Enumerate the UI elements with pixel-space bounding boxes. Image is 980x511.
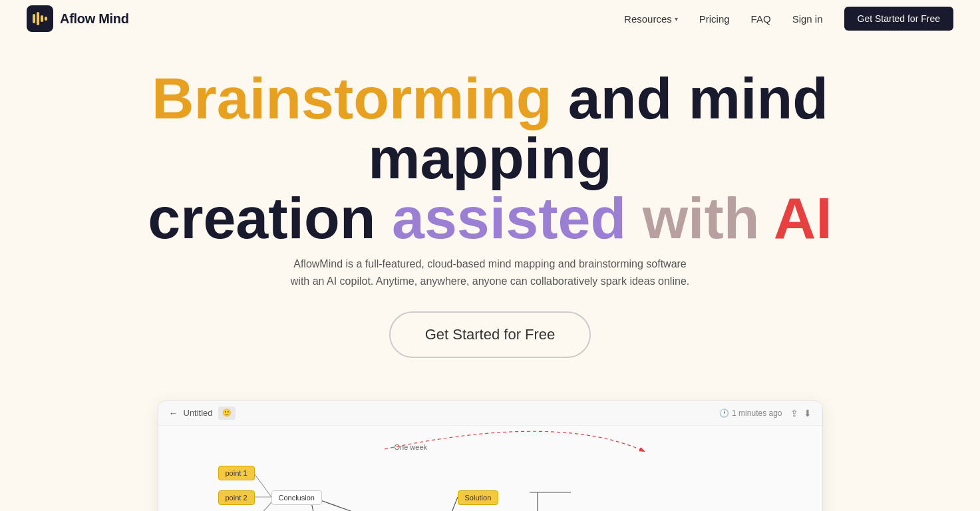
- nav-pricing[interactable]: Pricing: [699, 13, 730, 25]
- toolbar-timestamp: 🕐 1 minutes ago: [719, 409, 782, 418]
- doc-title: Untitled: [184, 408, 213, 418]
- hero-word-ai: AI: [774, 185, 832, 251]
- chevron-down-icon: ▾: [675, 15, 678, 23]
- node-solution-right[interactable]: Solution: [458, 490, 499, 505]
- svg-line-9: [444, 497, 458, 511]
- download-icon[interactable]: ⬇: [804, 408, 812, 419]
- svg-line-4: [255, 474, 271, 497]
- toolbar-right: 🕐 1 minutes ago ⇪ ⬇: [719, 408, 811, 419]
- svg-rect-3: [45, 17, 47, 21]
- nav-resources[interactable]: Resources ▾: [624, 13, 678, 25]
- navbar: Aflow Mind Resources ▾ Pricing FAQ Sign …: [0, 0, 980, 37]
- toolbar-actions: ⇪ ⬇: [790, 408, 812, 419]
- clock-icon: 🕐: [719, 409, 729, 418]
- svg-line-7: [311, 497, 405, 511]
- hero-word-brainstorming: Brainstorming: [152, 65, 552, 131]
- logo-icon: [27, 5, 53, 32]
- logo[interactable]: Aflow Mind: [27, 5, 129, 32]
- svg-rect-2: [41, 15, 43, 22]
- hero-title: Brainstorming and mind mapping creation …: [27, 69, 953, 248]
- hero-word-with: with: [643, 185, 760, 251]
- logo-text: Aflow Mind: [60, 11, 129, 27]
- nav-faq[interactable]: FAQ: [751, 13, 771, 25]
- back-arrow-icon[interactable]: ←: [169, 408, 178, 419]
- svg-rect-0: [33, 14, 35, 23]
- toolbar-emoji-button[interactable]: 🙂: [218, 407, 236, 420]
- mindmap-canvas: point 1 point 2 point 3 Conclusion Solut…: [158, 426, 822, 511]
- screenshot-toolbar: ← Untitled 🙂 🕐 1 minutes ago ⇪ ⬇: [158, 401, 822, 426]
- app-screenshot: ← Untitled 🙂 🕐 1 minutes ago ⇪ ⬇: [158, 401, 823, 511]
- hero-cta-button[interactable]: Get Started for Free: [389, 311, 591, 358]
- hero-word-and-mind: and mind: [568, 65, 828, 131]
- hero-subtitle: AflowMind is a full-featured, cloud-base…: [291, 256, 690, 289]
- nav-cta-button[interactable]: Get Started for Free: [844, 7, 954, 31]
- share-icon[interactable]: ⇪: [790, 408, 798, 419]
- nav-links: Resources ▾ Pricing FAQ Sign in Get Star…: [624, 7, 953, 31]
- hero-word-assisted: assisted: [392, 185, 626, 251]
- hero-word-creation: creation: [148, 185, 375, 251]
- svg-rect-1: [37, 12, 39, 25]
- node-point2[interactable]: point 2: [218, 490, 255, 505]
- svg-line-6: [255, 502, 271, 511]
- node-conclusion[interactable]: Conclusion: [271, 490, 322, 505]
- hero-word-mapping: mapping: [27, 128, 953, 189]
- toolbar-left: ← Untitled 🙂: [169, 407, 236, 420]
- nav-signin[interactable]: Sign in: [792, 13, 823, 25]
- node-oneweek: One week: [388, 440, 434, 454]
- hero-section: Brainstorming and mind mapping creation …: [0, 37, 980, 374]
- node-point1[interactable]: point 1: [218, 466, 255, 480]
